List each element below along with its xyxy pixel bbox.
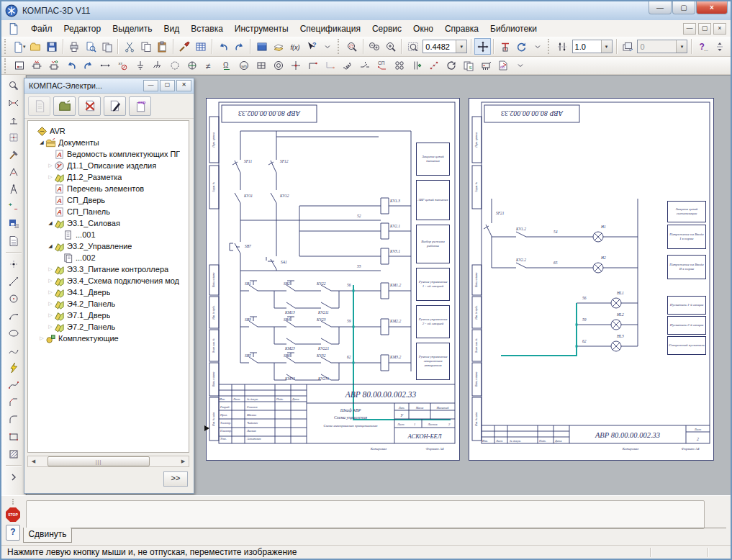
- report-button[interactable]: [4, 232, 23, 250]
- mdi-restore-button[interactable]: ▢: [698, 23, 711, 35]
- tree-expander-icon[interactable]: ▷: [47, 324, 54, 330]
- open-document-button[interactable]: [27, 38, 44, 55]
- property-grip[interactable]: [12, 499, 14, 505]
- stop-button[interactable]: STOP: [6, 507, 20, 522]
- tab-pan[interactable]: Сдвинуть: [23, 528, 72, 543]
- copy-button[interactable]: [137, 38, 154, 55]
- scrollbar-thumb[interactable]: |||: [48, 456, 150, 466]
- angle-measure-button[interactable]: [4, 163, 23, 181]
- tree-item[interactable]: ▷Э4.1_Дверь: [28, 286, 189, 298]
- create-document-button[interactable]: [28, 96, 50, 116]
- measure-button[interactable]: [4, 146, 23, 163]
- menu-item[interactable]: Инструменты: [229, 22, 294, 36]
- hollow-node-button[interactable]: [166, 58, 184, 74]
- variables-button[interactable]: [286, 38, 303, 55]
- tree-item[interactable]: ▷Д1.1_Описание изделия: [28, 160, 189, 171]
- tree-expander-icon[interactable]: ▷: [47, 278, 54, 284]
- tree-item[interactable]: ...001: [28, 229, 189, 240]
- minimize-button[interactable]: —: [649, 1, 672, 14]
- panel-more-button[interactable]: >>: [163, 471, 188, 487]
- toolbar-grip[interactable]: [4, 58, 8, 73]
- trace-button[interactable]: [4, 359, 23, 376]
- save-view-button[interactable]: [4, 215, 23, 232]
- terminal-block-button[interactable]: [391, 58, 408, 74]
- datum-button[interactable]: [4, 112, 23, 129]
- add-component-button[interactable]: [28, 58, 45, 74]
- tree-item[interactable]: ◢Документы: [28, 137, 189, 148]
- maximize-button[interactable]: ▢: [672, 1, 695, 14]
- panel-maximize-button[interactable]: ▢: [160, 80, 175, 91]
- tree-item[interactable]: AVR: [28, 125, 189, 137]
- tree-expander-icon[interactable]: ▷: [38, 335, 45, 341]
- copy-properties-button[interactable]: [176, 38, 193, 55]
- spline-button[interactable]: [4, 342, 23, 359]
- edit-document-button[interactable]: [104, 96, 126, 116]
- grid-button[interactable]: [4, 129, 23, 146]
- tree-item[interactable]: ▷Э3.4_Схема подключения мод: [28, 275, 189, 286]
- zoom-scale-input[interactable]: [423, 42, 456, 51]
- tree-horizontal-scrollbar[interactable]: ◀ ||| ▶: [27, 456, 189, 467]
- mdi-close-button[interactable]: ×: [713, 23, 726, 35]
- step-value-combo[interactable]: ▾: [572, 40, 613, 53]
- zoom-selection-button[interactable]: [383, 38, 399, 55]
- line-button[interactable]: [4, 273, 23, 290]
- tree-expander-icon[interactable]: ▷: [47, 289, 54, 295]
- db-export-button[interactable]: [494, 58, 512, 74]
- drawing-sheet-1[interactable]: АВР 80.00.00.002.33 SF11SF12KV11KV1252SB…: [206, 98, 460, 461]
- print-button[interactable]: [66, 38, 83, 55]
- toolbar-grip[interactable]: [338, 39, 341, 54]
- zoom-fit-button[interactable]: [405, 38, 421, 55]
- tree-expander-icon[interactable]: ◢: [47, 220, 54, 226]
- toggle-objects-button[interactable]: [4, 198, 23, 215]
- lamp-omega-button[interactable]: [218, 58, 235, 74]
- rebuild-button[interactable]: [497, 38, 513, 55]
- tree-expander-icon[interactable]: ▷: [47, 174, 54, 180]
- layer-value-combo[interactable]: ▾: [637, 40, 687, 53]
- fillet-button[interactable]: [4, 411, 23, 428]
- arc-button[interactable]: [4, 307, 23, 325]
- toolbar-grip[interactable]: [548, 39, 551, 54]
- potential-dots-button[interactable]: [425, 58, 443, 74]
- tree-item[interactable]: ◢Э3.1_Силовая: [28, 217, 189, 229]
- request-help-button[interactable]: [695, 38, 711, 55]
- toolbar-grip[interactable]: [4, 39, 8, 54]
- tree-item[interactable]: СП_Панель: [28, 206, 189, 217]
- box-element-button[interactable]: [253, 58, 270, 74]
- mdi-minimize-button[interactable]: —: [683, 23, 696, 35]
- menu-item[interactable]: Вид: [158, 22, 186, 36]
- device-manager-button[interactable]: [477, 58, 494, 74]
- tree-item[interactable]: Ведомость комплектующих ПГ: [28, 148, 189, 160]
- undo-button[interactable]: [215, 38, 232, 55]
- node-cross-button[interactable]: [287, 58, 304, 74]
- route-redo-button[interactable]: [80, 58, 97, 74]
- crossed-circle-button[interactable]: [184, 58, 201, 74]
- panel-minimize-button[interactable]: —: [143, 80, 158, 91]
- bezier-button[interactable]: [4, 376, 23, 394]
- drawing-sheet-2[interactable]: АВР 80.00.00.002.33 SF21KV1.254H1KV2.265…: [469, 98, 714, 461]
- geometry-calc-button[interactable]: [4, 181, 23, 198]
- tree-expander-icon[interactable]: ▷: [47, 266, 54, 272]
- compact-panel-button[interactable]: [11, 58, 28, 74]
- zoom-scale-dropdown[interactable]: ▾: [456, 40, 466, 53]
- menu-item[interactable]: Спецификация: [294, 22, 366, 36]
- menu-item[interactable]: Файл: [25, 22, 58, 36]
- tree-item[interactable]: ...002: [28, 252, 189, 263]
- current-layer-button[interactable]: [620, 38, 636, 55]
- circle-button[interactable]: [4, 290, 23, 307]
- close-button[interactable]: ×: [696, 1, 728, 14]
- panel-title-bar[interactable]: КОМПАС-Электри... — ▢ ✕: [24, 78, 194, 94]
- rectangle-button[interactable]: [4, 428, 23, 446]
- zoom-area-button[interactable]: [344, 38, 361, 55]
- ellipse-button[interactable]: [4, 325, 23, 342]
- zoom-in-out-button[interactable]: [366, 38, 383, 55]
- terminal-pin-button[interactable]: [408, 58, 425, 74]
- update-scheme-button[interactable]: [443, 58, 460, 74]
- wire-corner-button[interactable]: [304, 58, 322, 74]
- meter-wh-button[interactable]: [235, 58, 253, 74]
- zoom-overflow-button[interactable]: [530, 38, 546, 55]
- tree-expander-icon[interactable]: ▷: [47, 163, 54, 168]
- tree-expander-icon[interactable]: ▷: [47, 301, 54, 307]
- pan-button[interactable]: [474, 38, 491, 55]
- menu-item[interactable]: Окно: [407, 22, 439, 36]
- step-value-dropdown[interactable]: ▾: [601, 40, 612, 53]
